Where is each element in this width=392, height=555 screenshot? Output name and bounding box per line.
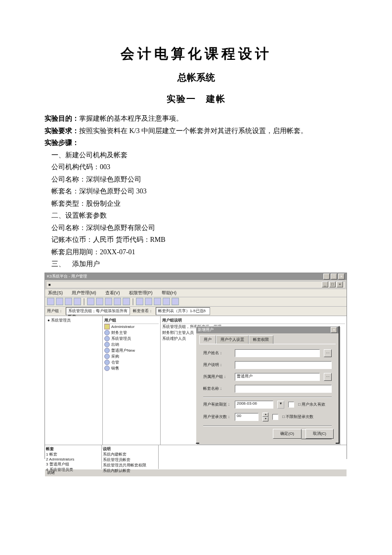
toolbar-icon[interactable] — [145, 298, 152, 305]
toolbar-icon[interactable] — [123, 298, 130, 305]
maximize-button[interactable]: □ — [329, 281, 336, 287]
row-username: 用户姓名： … — [203, 349, 332, 357]
label-username: 用户姓名： — [203, 350, 231, 356]
list-item[interactable]: 1 帐套 — [46, 452, 100, 457]
date-picker-button[interactable]: ▾ — [277, 401, 284, 409]
menu-item-view[interactable]: 查看(V) — [105, 290, 120, 296]
panel-header: 用户组说明 — [162, 318, 345, 324]
input-username[interactable] — [235, 349, 320, 357]
list-item[interactable]: 采购 — [104, 354, 159, 360]
step-line: 记账本位币：人民币 货币代码：RMB — [44, 234, 348, 246]
browse-button[interactable]: … — [324, 373, 332, 381]
toolbar-icon[interactable] — [163, 298, 170, 305]
account-view-label: 帐套查看： — [133, 308, 153, 314]
sub-title: 总帐系统 — [44, 71, 348, 84]
list-header: 用户组 — [104, 318, 159, 324]
inner-window-controls: _ □ × — [322, 281, 343, 287]
close-button[interactable]: × — [337, 281, 343, 287]
dialog-footer: 确定(O) 取消(C) — [273, 429, 334, 439]
list-item-label: 普通用户New — [111, 348, 135, 354]
toolbar-icon[interactable] — [47, 298, 54, 305]
list-item[interactable]: Administrator — [104, 324, 159, 330]
list-item-label: 出纳 — [111, 342, 119, 348]
menu-item-system[interactable]: 系统(S) — [48, 290, 63, 296]
row-userdesc: 用户说明： — [203, 361, 332, 369]
dialog-title: 新增用户 — [198, 327, 214, 332]
step-line: 三、 添加用户 — [44, 258, 348, 271]
checkbox-forever[interactable] — [288, 402, 294, 408]
toolbar-icon[interactable] — [87, 298, 94, 305]
window-titlebar[interactable]: K3系统平台 - 用户管理 _ □ × — [45, 273, 347, 280]
tab-permission[interactable]: 帐套权限 — [249, 335, 273, 344]
document-page: 会计电算化课程设计 总帐系统 实验一 建帐 实验目的：掌握建帐的基本程序及注意事… — [0, 0, 392, 555]
browse-button[interactable]: … — [324, 349, 332, 357]
input-logincount[interactable]: 00 — [235, 413, 259, 421]
purpose-text: 掌握建帐的基本程序及注意事项。 — [79, 115, 183, 122]
ok-button[interactable]: 确定(O) — [273, 429, 302, 439]
list-item-label: Administrator — [111, 324, 134, 330]
toolbar-icon[interactable] — [96, 298, 103, 305]
minimize-button[interactable]: _ — [323, 274, 330, 279]
list-item[interactable]: 仓管 — [104, 360, 159, 366]
tab-user[interactable]: 用户 — [199, 335, 216, 344]
list-item[interactable]: 财务主管 — [104, 330, 159, 336]
row-account: 帐套名称： — [203, 385, 332, 393]
tree-panel[interactable]: ● 系统管理员 — [45, 316, 103, 445]
label-userdesc: 用户说明： — [203, 362, 231, 368]
dialog-titlebar[interactable]: 新增用户 × — [196, 326, 339, 333]
menu-item-help[interactable]: 帮助(H) — [162, 290, 177, 296]
checkbox-unlimited[interactable] — [272, 414, 278, 420]
toolbar-icon[interactable] — [154, 298, 161, 305]
row-logincount: 用户登录次数： 00 ▴ ▾ □ 不限制登录次数 — [203, 413, 332, 421]
spinner: ▴ ▾ — [262, 413, 268, 421]
menu-item-permission[interactable]: 权限管理(P) — [129, 290, 153, 296]
inner-titlebar: ■ _ □ × — [46, 281, 346, 288]
toolbar-icon[interactable] — [56, 298, 63, 305]
spin-up-button[interactable]: ▴ — [262, 413, 268, 417]
tab-personal[interactable]: 用户个人设置 — [216, 335, 249, 344]
list-item[interactable]: 出纳 — [104, 342, 159, 348]
steps-label: 实验步骤： — [44, 137, 348, 149]
toolbar-icon[interactable] — [105, 298, 112, 305]
requirement-label: 实验要求： — [44, 127, 79, 135]
list-item[interactable]: 销售 — [104, 366, 159, 371]
list-item[interactable]: 2 Administrators — [46, 457, 100, 462]
toolbar-icon[interactable] — [114, 298, 121, 305]
desc-line: 系统内建帐套 — [103, 452, 157, 457]
desc-line: 系统管理员共用帐套权限 — [103, 462, 157, 468]
empty-panel — [159, 445, 347, 469]
user-icon — [104, 366, 110, 371]
tree-root[interactable]: ● 系统管理员 — [46, 318, 101, 323]
close-button[interactable]: × — [338, 274, 345, 279]
purpose-line: 实验目的：掌握建帐的基本程序及注意事项。 — [44, 113, 348, 125]
toolbar-icon[interactable] — [172, 298, 179, 305]
step-line: 帐套类型：股份制企业 — [44, 198, 348, 210]
list-item[interactable]: 系统管理员 — [104, 336, 159, 342]
user-icon — [104, 354, 110, 359]
account-view-dropdown[interactable]: 帐套列表（共享）1-5已选5 — [156, 307, 210, 315]
maximize-button[interactable]: □ — [331, 274, 337, 279]
dialog-tabs: 用户 用户个人设置 帐套权限 — [196, 333, 339, 344]
minimize-button[interactable]: _ — [322, 281, 328, 287]
bottom-panels: 帐套 1 帐套 2 Administrators 3 普通用户组 4 系统管理员… — [45, 445, 347, 469]
list-item-label: 财务主管 — [111, 330, 127, 336]
list-item-label: 销售 — [111, 366, 119, 371]
cancel-button[interactable]: 取消(C) — [305, 429, 334, 439]
input-usergroup[interactable]: 普通用户 — [235, 373, 320, 381]
input-expiry-date[interactable]: 2008-03-06 — [235, 401, 273, 409]
toolbar-icon[interactable] — [65, 298, 72, 305]
input-account[interactable] — [235, 385, 332, 393]
window-title: K3系统平台 - 用户管理 — [47, 274, 87, 279]
input-userdesc[interactable] — [235, 361, 332, 369]
dialog-close-button[interactable]: × — [331, 327, 337, 333]
toolbar-icon[interactable] — [136, 298, 143, 305]
usergroup-input[interactable]: 系统管理员组；每户组添加后所有帐套 — [66, 307, 130, 315]
account-desc-panel: 说明 系统内建帐套 系统管理员帐套 系统管理员共用帐套权限 系统内默认帐套 — [102, 445, 159, 469]
step-line: 二、设置帐套参数 — [44, 210, 348, 222]
list-item[interactable]: 普通用户New — [104, 348, 159, 354]
menu-item-user[interactable]: 用户管理(M) — [72, 290, 96, 296]
spin-down-button[interactable]: ▾ — [262, 417, 268, 421]
toolbar-icon[interactable] — [74, 298, 81, 305]
user-icon — [104, 330, 110, 335]
list-item[interactable]: 3 普通用户组 — [46, 462, 100, 467]
